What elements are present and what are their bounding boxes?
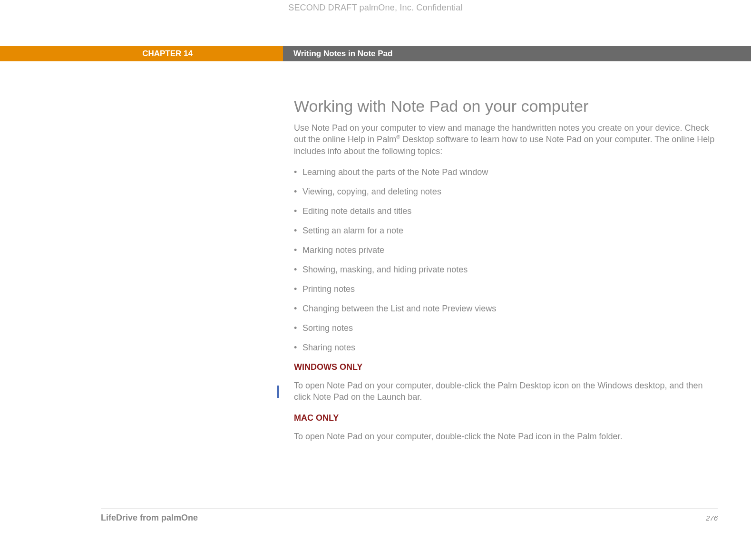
- section-heading: Working with Note Pad on your computer: [294, 97, 718, 116]
- windows-only-label: WINDOWS ONLY: [294, 362, 718, 372]
- draft-header: SECOND DRAFT palmOne, Inc. Confidential: [0, 0, 751, 13]
- chapter-number: CHAPTER 14: [0, 46, 283, 61]
- intro-paragraph: Use Note Pad on your computer to view an…: [294, 122, 718, 157]
- list-item: Sorting notes: [294, 323, 718, 333]
- page-footer: LifeDrive from palmOne 276: [101, 509, 718, 523]
- list-item: Editing note details and titles: [294, 206, 718, 216]
- list-item: Learning about the parts of the Note Pad…: [294, 167, 718, 177]
- list-item: Printing notes: [294, 284, 718, 294]
- mac-only-label: MAC ONLY: [294, 413, 718, 423]
- chapter-bar: CHAPTER 14 Writing Notes in Note Pad: [0, 46, 751, 61]
- list-item: Setting an alarm for a note: [294, 226, 718, 236]
- footer-product-name: LifeDrive from palmOne: [101, 513, 198, 523]
- page-number: 276: [706, 514, 718, 522]
- list-item: Marking notes private: [294, 245, 718, 255]
- list-item: Showing, masking, and hiding private not…: [294, 265, 718, 275]
- list-item: Changing between the List and note Previ…: [294, 304, 718, 314]
- change-bar-icon: [277, 386, 279, 398]
- bullet-list: Learning about the parts of the Note Pad…: [294, 167, 718, 353]
- windows-paragraph: To open Note Pad on your computer, doubl…: [294, 380, 718, 403]
- chapter-title: Writing Notes in Note Pad: [283, 46, 751, 61]
- list-item: Viewing, copying, and deleting notes: [294, 187, 718, 197]
- list-item: Sharing notes: [294, 343, 718, 353]
- main-content: Working with Note Pad on your computer U…: [294, 97, 718, 443]
- mac-paragraph: To open Note Pad on your computer, doubl…: [294, 431, 718, 442]
